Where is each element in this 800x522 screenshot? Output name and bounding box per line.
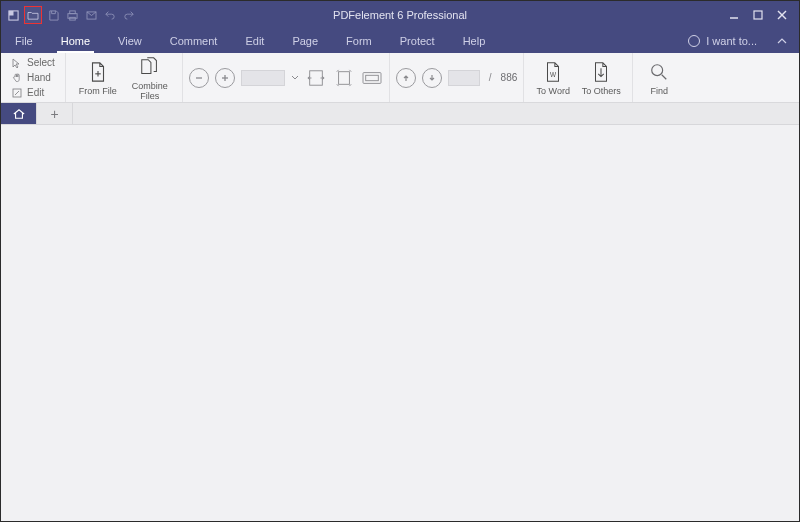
quick-access-toolbar [1, 6, 137, 24]
app-window: PDFelement 6 Professional File Home View… [0, 0, 800, 522]
ribbon-group-find: Find [633, 53, 685, 102]
undo-icon[interactable] [102, 7, 118, 23]
cursor-icon [11, 57, 23, 69]
menu-home[interactable]: Home [47, 29, 104, 53]
collapse-ribbon-icon[interactable] [775, 34, 789, 48]
menu-protect[interactable]: Protect [386, 29, 449, 53]
ribbon-group-navigate: / 886 [390, 53, 524, 102]
window-controls [725, 7, 799, 23]
fit-page-icon[interactable] [333, 67, 355, 89]
svg-rect-17 [338, 71, 349, 84]
plus-icon: + [50, 106, 58, 122]
to-others-button[interactable]: To Others [576, 53, 626, 102]
to-word-label: To Word [537, 86, 570, 96]
prev-page-button[interactable] [396, 68, 416, 88]
to-others-icon [590, 60, 612, 84]
zoom-in-button[interactable] [215, 68, 235, 88]
content-area [1, 125, 799, 521]
email-icon[interactable] [83, 7, 99, 23]
menu-comment[interactable]: Comment [156, 29, 232, 53]
document-tab-strip: + [1, 103, 799, 125]
svg-text:W: W [550, 70, 557, 77]
ribbon-group-create: From File Combine Files [66, 53, 183, 102]
print-icon[interactable] [64, 7, 80, 23]
find-button[interactable]: Find [639, 53, 679, 102]
close-button[interactable] [773, 7, 791, 23]
redo-icon[interactable] [121, 7, 137, 23]
current-page-input[interactable] [448, 70, 480, 86]
hand-label: Hand [27, 72, 51, 83]
page-separator: / [486, 72, 495, 83]
svg-rect-1 [8, 10, 13, 15]
search-icon [648, 60, 670, 84]
menu-help[interactable]: Help [449, 29, 500, 53]
combine-files-button[interactable]: Combine Files [124, 53, 176, 102]
title-bar: PDFelement 6 Professional [1, 1, 799, 29]
svg-rect-7 [754, 11, 762, 19]
ribbon-group-zoom [183, 53, 390, 102]
select-label: Select [27, 57, 55, 68]
hand-icon [11, 72, 23, 84]
to-word-button[interactable]: W To Word [530, 53, 576, 102]
help-area: I want to... [688, 34, 799, 48]
svg-rect-16 [309, 70, 322, 84]
tab-home[interactable] [1, 103, 37, 124]
zoom-level-input[interactable] [241, 70, 285, 86]
svg-rect-19 [365, 75, 378, 80]
chevron-down-icon[interactable] [291, 75, 299, 81]
menu-form[interactable]: Form [332, 29, 386, 53]
menu-bar: File Home View Comment Edit Page Form Pr… [1, 29, 799, 53]
svg-line-22 [662, 74, 667, 79]
help-hint[interactable]: I want to... [706, 35, 757, 47]
open-file-icon[interactable] [24, 6, 42, 24]
combine-files-label: Combine Files [132, 81, 168, 101]
to-others-label: To Others [582, 86, 621, 96]
select-tool[interactable]: Select [11, 56, 55, 70]
menu-page[interactable]: Page [278, 29, 332, 53]
lightbulb-icon [688, 35, 700, 47]
ribbon-group-tools: Select Hand Edit [1, 53, 66, 102]
home-icon [12, 108, 26, 120]
next-page-button[interactable] [422, 68, 442, 88]
edit-label: Edit [27, 87, 44, 98]
zoom-out-button[interactable] [189, 68, 209, 88]
total-pages: 886 [501, 72, 518, 83]
edit-tool[interactable]: Edit [11, 86, 55, 100]
svg-point-21 [652, 64, 663, 75]
menu-view[interactable]: View [104, 29, 156, 53]
ribbon: Select Hand Edit From File [1, 53, 799, 103]
hand-tool[interactable]: Hand [11, 71, 55, 85]
app-logo-icon [5, 7, 21, 23]
fit-width-icon[interactable] [305, 67, 327, 89]
edit-icon [11, 87, 23, 99]
menu-file[interactable]: File [1, 29, 47, 53]
document-plus-icon [87, 60, 109, 84]
ribbon-group-convert: W To Word To Others [524, 53, 633, 102]
save-icon[interactable] [45, 7, 61, 23]
tab-add[interactable]: + [37, 103, 73, 124]
actual-size-icon[interactable] [361, 67, 383, 89]
minimize-button[interactable] [725, 7, 743, 23]
find-label: Find [651, 86, 669, 96]
menu-edit[interactable]: Edit [231, 29, 278, 53]
to-word-icon: W [542, 60, 564, 84]
documents-combine-icon [139, 55, 161, 79]
from-file-label: From File [79, 86, 117, 96]
maximize-button[interactable] [749, 7, 767, 23]
from-file-button[interactable]: From File [72, 53, 124, 102]
